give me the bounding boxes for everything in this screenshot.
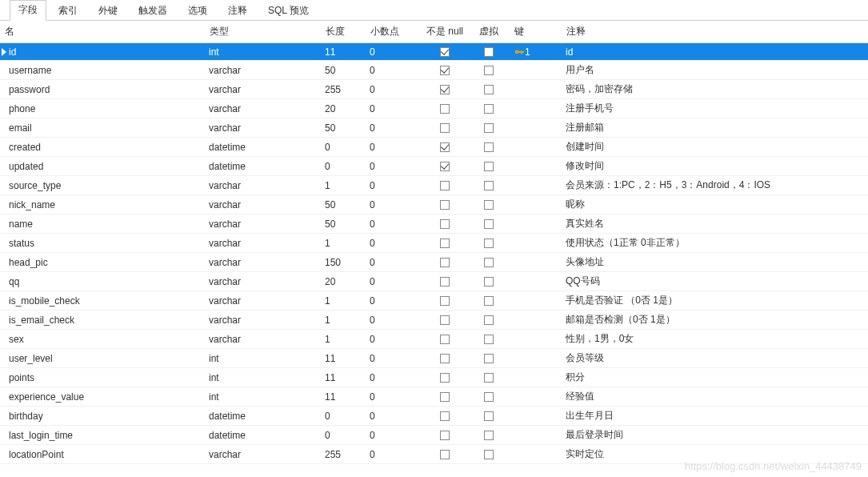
- checkbox[interactable]: [440, 411, 450, 421]
- cell-type[interactable]: datetime: [204, 426, 320, 445]
- checkbox[interactable]: [484, 373, 494, 383]
- checkbox[interactable]: [440, 354, 450, 363]
- cell-comment[interactable]: 头像地址: [561, 253, 868, 272]
- cell-key[interactable]: [509, 330, 561, 349]
- cell-decimals[interactable]: 0: [365, 118, 421, 138]
- cell-type[interactable]: datetime: [204, 138, 320, 157]
- cell-length[interactable]: 50: [320, 195, 365, 214]
- table-row[interactable]: usernamevarchar500用户名: [0, 61, 868, 80]
- checkbox[interactable]: [440, 258, 450, 267]
- cell-decimals[interactable]: 0: [365, 330, 421, 349]
- table-row[interactable]: pointsint110积分: [0, 368, 868, 387]
- cell-decimals[interactable]: 0: [365, 407, 421, 426]
- table-row[interactable]: namevarchar500真实姓名: [0, 214, 868, 234]
- cell-decimals[interactable]: 0: [365, 445, 421, 464]
- checkbox[interactable]: [484, 85, 494, 94]
- cell-type[interactable]: varchar: [204, 195, 320, 214]
- checkbox[interactable]: [484, 200, 494, 210]
- cell-name[interactable]: nick_name: [0, 195, 204, 214]
- table-row[interactable]: phonevarchar200注册手机号: [0, 99, 868, 118]
- cell-length[interactable]: 11: [320, 387, 365, 407]
- checkbox[interactable]: [484, 335, 494, 344]
- cell-virtual[interactable]: [469, 330, 509, 349]
- table-row[interactable]: birthdaydatetime00出生年月日: [0, 407, 868, 426]
- table-row[interactable]: passwordvarchar2550密码，加密存储: [0, 80, 868, 99]
- cell-virtual[interactable]: [469, 387, 509, 407]
- cell-virtual[interactable]: [469, 214, 509, 234]
- cell-virtual[interactable]: [469, 426, 509, 445]
- table-row[interactable]: head_picvarchar1500头像地址: [0, 253, 868, 272]
- cell-comment[interactable]: 注册邮箱: [561, 118, 868, 138]
- cell-key[interactable]: 1: [509, 43, 561, 61]
- cell-comment[interactable]: 使用状态（1正常 0非正常）: [561, 234, 868, 253]
- cell-virtual[interactable]: [469, 349, 509, 368]
- cell-length[interactable]: 0: [320, 407, 365, 426]
- cell-name[interactable]: points: [0, 368, 204, 387]
- tab-4[interactable]: 选项: [179, 1, 216, 21]
- checkbox[interactable]: [484, 392, 494, 402]
- cell-key[interactable]: [509, 99, 561, 118]
- cell-comment[interactable]: 出生年月日: [561, 407, 868, 426]
- checkbox[interactable]: [484, 354, 494, 363]
- cell-type[interactable]: int: [204, 43, 320, 61]
- checkbox[interactable]: [440, 181, 450, 190]
- checkbox[interactable]: [440, 392, 450, 402]
- cell-name[interactable]: user_level: [0, 349, 204, 368]
- cell-comment[interactable]: QQ号码: [561, 272, 868, 291]
- cell-length[interactable]: 50: [320, 61, 365, 80]
- cell-name[interactable]: sex: [0, 330, 204, 349]
- cell-decimals[interactable]: 0: [365, 99, 421, 118]
- cell-notnull[interactable]: [421, 426, 469, 445]
- cell-decimals[interactable]: 0: [365, 272, 421, 291]
- cell-key[interactable]: [509, 234, 561, 253]
- cell-decimals[interactable]: 0: [365, 138, 421, 157]
- cell-key[interactable]: [509, 118, 561, 138]
- checkbox[interactable]: [440, 431, 450, 440]
- checkbox[interactable]: [440, 47, 450, 57]
- checkbox[interactable]: [484, 258, 494, 267]
- cell-length[interactable]: 50: [320, 214, 365, 234]
- cell-name[interactable]: birthday: [0, 407, 204, 426]
- cell-type[interactable]: varchar: [204, 61, 320, 80]
- cell-name[interactable]: qq: [0, 272, 204, 291]
- cell-virtual[interactable]: [469, 157, 509, 176]
- checkbox[interactable]: [484, 238, 494, 248]
- cell-name[interactable]: last_login_time: [0, 426, 204, 445]
- cell-length[interactable]: 1: [320, 330, 365, 349]
- table-row[interactable]: emailvarchar500注册邮箱: [0, 118, 868, 138]
- cell-comment[interactable]: 修改时间: [561, 157, 868, 176]
- cell-length[interactable]: 11: [320, 349, 365, 368]
- cell-notnull[interactable]: [421, 43, 469, 61]
- cell-decimals[interactable]: 0: [365, 176, 421, 195]
- cell-type[interactable]: varchar: [204, 176, 320, 195]
- cell-notnull[interactable]: [421, 234, 469, 253]
- cell-virtual[interactable]: [469, 291, 509, 311]
- cell-name[interactable]: experience_value: [0, 387, 204, 407]
- cell-comment[interactable]: 真实姓名: [561, 214, 868, 234]
- table-row[interactable]: createddatetime00创建时间: [0, 138, 868, 157]
- cell-decimals[interactable]: 0: [365, 426, 421, 445]
- cell-notnull[interactable]: [421, 157, 469, 176]
- cell-comment[interactable]: 密码，加密存储: [561, 80, 868, 99]
- tab-0[interactable]: 字段: [10, 0, 46, 21]
- cell-name[interactable]: head_pic: [0, 253, 204, 272]
- cell-type[interactable]: varchar: [204, 234, 320, 253]
- cell-comment[interactable]: 积分: [561, 368, 868, 387]
- cell-length[interactable]: 0: [320, 138, 365, 157]
- cell-comment[interactable]: 创建时间: [561, 138, 868, 157]
- cell-length[interactable]: 255: [320, 80, 365, 99]
- cell-type[interactable]: datetime: [204, 407, 320, 426]
- cell-type[interactable]: int: [204, 387, 320, 407]
- cell-decimals[interactable]: 0: [365, 43, 421, 61]
- cell-length[interactable]: 1: [320, 311, 365, 330]
- checkbox[interactable]: [440, 200, 450, 210]
- cell-virtual[interactable]: [469, 195, 509, 214]
- cell-type[interactable]: varchar: [204, 272, 320, 291]
- checkbox[interactable]: [484, 450, 494, 459]
- checkbox[interactable]: [484, 162, 494, 171]
- checkbox[interactable]: [484, 296, 494, 306]
- cell-length[interactable]: 20: [320, 99, 365, 118]
- cell-notnull[interactable]: [421, 407, 469, 426]
- cell-key[interactable]: [509, 311, 561, 330]
- cell-key[interactable]: [509, 61, 561, 80]
